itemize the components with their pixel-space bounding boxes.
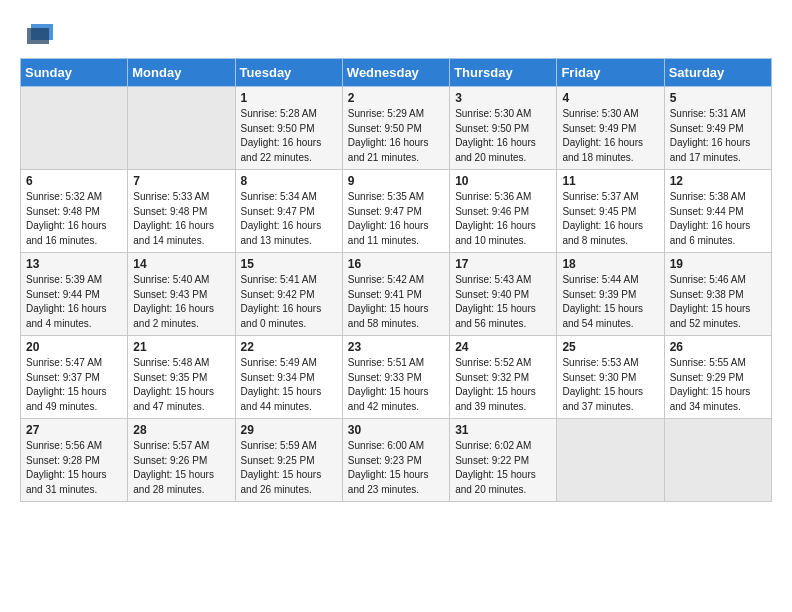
day-detail: Sunrise: 5:31 AMSunset: 9:49 PMDaylight:…: [670, 107, 766, 165]
day-number: 15: [241, 257, 337, 271]
day-number: 16: [348, 257, 444, 271]
day-detail: Sunrise: 5:41 AMSunset: 9:42 PMDaylight:…: [241, 273, 337, 331]
day-detail: Sunrise: 6:00 AMSunset: 9:23 PMDaylight:…: [348, 439, 444, 497]
day-detail: Sunrise: 5:43 AMSunset: 9:40 PMDaylight:…: [455, 273, 551, 331]
svg-marker-1: [27, 28, 49, 44]
day-number: 23: [348, 340, 444, 354]
day-detail: Sunrise: 5:37 AMSunset: 9:45 PMDaylight:…: [562, 190, 658, 248]
day-number: 17: [455, 257, 551, 271]
day-detail: Sunrise: 5:38 AMSunset: 9:44 PMDaylight:…: [670, 190, 766, 248]
day-cell: [128, 87, 235, 170]
day-detail: Sunrise: 5:35 AMSunset: 9:47 PMDaylight:…: [348, 190, 444, 248]
day-cell: 4Sunrise: 5:30 AMSunset: 9:49 PMDaylight…: [557, 87, 664, 170]
day-detail: Sunrise: 5:39 AMSunset: 9:44 PMDaylight:…: [26, 273, 122, 331]
day-header-saturday: Saturday: [664, 59, 771, 87]
day-cell: [664, 419, 771, 502]
day-number: 7: [133, 174, 229, 188]
week-row-1: 1Sunrise: 5:28 AMSunset: 9:50 PMDaylight…: [21, 87, 772, 170]
day-cell: 25Sunrise: 5:53 AMSunset: 9:30 PMDayligh…: [557, 336, 664, 419]
day-cell: 3Sunrise: 5:30 AMSunset: 9:50 PMDaylight…: [450, 87, 557, 170]
calendar-header-row: SundayMondayTuesdayWednesdayThursdayFrid…: [21, 59, 772, 87]
day-number: 19: [670, 257, 766, 271]
day-cell: 28Sunrise: 5:57 AMSunset: 9:26 PMDayligh…: [128, 419, 235, 502]
day-cell: 12Sunrise: 5:38 AMSunset: 9:44 PMDayligh…: [664, 170, 771, 253]
day-cell: 31Sunrise: 6:02 AMSunset: 9:22 PMDayligh…: [450, 419, 557, 502]
day-number: 26: [670, 340, 766, 354]
day-detail: Sunrise: 5:33 AMSunset: 9:48 PMDaylight:…: [133, 190, 229, 248]
day-number: 30: [348, 423, 444, 437]
day-cell: 11Sunrise: 5:37 AMSunset: 9:45 PMDayligh…: [557, 170, 664, 253]
day-cell: 16Sunrise: 5:42 AMSunset: 9:41 PMDayligh…: [342, 253, 449, 336]
day-cell: 9Sunrise: 5:35 AMSunset: 9:47 PMDaylight…: [342, 170, 449, 253]
day-header-thursday: Thursday: [450, 59, 557, 87]
day-detail: Sunrise: 5:47 AMSunset: 9:37 PMDaylight:…: [26, 356, 122, 414]
day-detail: Sunrise: 5:30 AMSunset: 9:50 PMDaylight:…: [455, 107, 551, 165]
page-header: [20, 20, 772, 48]
day-cell: 29Sunrise: 5:59 AMSunset: 9:25 PMDayligh…: [235, 419, 342, 502]
day-number: 22: [241, 340, 337, 354]
day-number: 9: [348, 174, 444, 188]
day-detail: Sunrise: 5:56 AMSunset: 9:28 PMDaylight:…: [26, 439, 122, 497]
day-cell: 5Sunrise: 5:31 AMSunset: 9:49 PMDaylight…: [664, 87, 771, 170]
day-cell: 17Sunrise: 5:43 AMSunset: 9:40 PMDayligh…: [450, 253, 557, 336]
day-detail: Sunrise: 5:29 AMSunset: 9:50 PMDaylight:…: [348, 107, 444, 165]
day-cell: 23Sunrise: 5:51 AMSunset: 9:33 PMDayligh…: [342, 336, 449, 419]
day-cell: 10Sunrise: 5:36 AMSunset: 9:46 PMDayligh…: [450, 170, 557, 253]
day-number: 3: [455, 91, 551, 105]
day-header-wednesday: Wednesday: [342, 59, 449, 87]
day-detail: Sunrise: 5:52 AMSunset: 9:32 PMDaylight:…: [455, 356, 551, 414]
day-number: 11: [562, 174, 658, 188]
day-number: 12: [670, 174, 766, 188]
day-number: 20: [26, 340, 122, 354]
day-detail: Sunrise: 5:40 AMSunset: 9:43 PMDaylight:…: [133, 273, 229, 331]
day-number: 5: [670, 91, 766, 105]
day-number: 8: [241, 174, 337, 188]
day-cell: 7Sunrise: 5:33 AMSunset: 9:48 PMDaylight…: [128, 170, 235, 253]
day-cell: 6Sunrise: 5:32 AMSunset: 9:48 PMDaylight…: [21, 170, 128, 253]
day-detail: Sunrise: 5:55 AMSunset: 9:29 PMDaylight:…: [670, 356, 766, 414]
calendar-table: SundayMondayTuesdayWednesdayThursdayFrid…: [20, 58, 772, 502]
day-detail: Sunrise: 5:53 AMSunset: 9:30 PMDaylight:…: [562, 356, 658, 414]
day-cell: 24Sunrise: 5:52 AMSunset: 9:32 PMDayligh…: [450, 336, 557, 419]
week-row-4: 20Sunrise: 5:47 AMSunset: 9:37 PMDayligh…: [21, 336, 772, 419]
day-cell: 21Sunrise: 5:48 AMSunset: 9:35 PMDayligh…: [128, 336, 235, 419]
day-detail: Sunrise: 5:36 AMSunset: 9:46 PMDaylight:…: [455, 190, 551, 248]
day-number: 14: [133, 257, 229, 271]
day-cell: 18Sunrise: 5:44 AMSunset: 9:39 PMDayligh…: [557, 253, 664, 336]
day-header-tuesday: Tuesday: [235, 59, 342, 87]
day-detail: Sunrise: 5:44 AMSunset: 9:39 PMDaylight:…: [562, 273, 658, 331]
day-detail: Sunrise: 5:49 AMSunset: 9:34 PMDaylight:…: [241, 356, 337, 414]
week-row-2: 6Sunrise: 5:32 AMSunset: 9:48 PMDaylight…: [21, 170, 772, 253]
day-cell: 22Sunrise: 5:49 AMSunset: 9:34 PMDayligh…: [235, 336, 342, 419]
day-cell: 30Sunrise: 6:00 AMSunset: 9:23 PMDayligh…: [342, 419, 449, 502]
day-detail: Sunrise: 5:30 AMSunset: 9:49 PMDaylight:…: [562, 107, 658, 165]
day-detail: Sunrise: 5:28 AMSunset: 9:50 PMDaylight:…: [241, 107, 337, 165]
day-number: 4: [562, 91, 658, 105]
day-number: 24: [455, 340, 551, 354]
day-number: 2: [348, 91, 444, 105]
day-detail: Sunrise: 5:57 AMSunset: 9:26 PMDaylight:…: [133, 439, 229, 497]
day-detail: Sunrise: 5:32 AMSunset: 9:48 PMDaylight:…: [26, 190, 122, 248]
day-header-friday: Friday: [557, 59, 664, 87]
day-detail: Sunrise: 6:02 AMSunset: 9:22 PMDaylight:…: [455, 439, 551, 497]
day-detail: Sunrise: 5:48 AMSunset: 9:35 PMDaylight:…: [133, 356, 229, 414]
logo-icon: [23, 20, 55, 48]
day-number: 10: [455, 174, 551, 188]
day-detail: Sunrise: 5:46 AMSunset: 9:38 PMDaylight:…: [670, 273, 766, 331]
day-number: 27: [26, 423, 122, 437]
day-detail: Sunrise: 5:51 AMSunset: 9:33 PMDaylight:…: [348, 356, 444, 414]
day-cell: 15Sunrise: 5:41 AMSunset: 9:42 PMDayligh…: [235, 253, 342, 336]
day-header-monday: Monday: [128, 59, 235, 87]
logo: [20, 20, 55, 48]
day-cell: [557, 419, 664, 502]
day-cell: 1Sunrise: 5:28 AMSunset: 9:50 PMDaylight…: [235, 87, 342, 170]
day-number: 6: [26, 174, 122, 188]
day-detail: Sunrise: 5:59 AMSunset: 9:25 PMDaylight:…: [241, 439, 337, 497]
day-number: 25: [562, 340, 658, 354]
day-cell: 26Sunrise: 5:55 AMSunset: 9:29 PMDayligh…: [664, 336, 771, 419]
day-number: 13: [26, 257, 122, 271]
day-cell: 19Sunrise: 5:46 AMSunset: 9:38 PMDayligh…: [664, 253, 771, 336]
day-number: 29: [241, 423, 337, 437]
day-cell: 8Sunrise: 5:34 AMSunset: 9:47 PMDaylight…: [235, 170, 342, 253]
day-detail: Sunrise: 5:34 AMSunset: 9:47 PMDaylight:…: [241, 190, 337, 248]
